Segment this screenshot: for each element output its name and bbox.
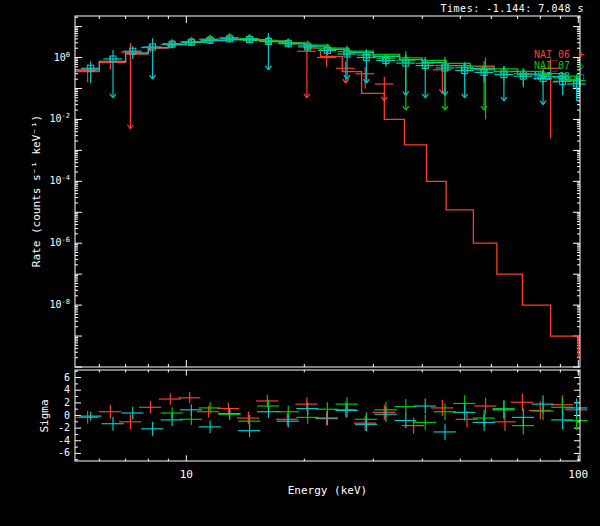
chart-canvas: 1010010010-210-410-610-86420-2-4-6 [0, 0, 600, 526]
square-marker-icon: □ [576, 71, 586, 82]
svg-text:-2: -2 [58, 422, 70, 433]
diamond-marker-icon: ◇ [576, 60, 586, 71]
svg-text:-6: -6 [58, 447, 70, 458]
legend-label: NAI_06 [534, 49, 570, 60]
svg-text:4: 4 [64, 384, 70, 395]
legend-label: NAI_07 [534, 60, 570, 71]
y-axis-label: Rate (counts s⁻¹ keV⁻¹) [30, 115, 43, 267]
legend: NAI_06+ NAI_07◇ NAI_08□ [534, 49, 586, 82]
svg-text:10-8: 10-8 [50, 298, 70, 310]
svg-text:-4: -4 [58, 435, 70, 446]
legend-item-nai07: NAI_07◇ [534, 60, 586, 71]
legend-label: NAI_08 [534, 71, 570, 82]
svg-text:0: 0 [64, 410, 70, 421]
svg-text:10-4: 10-4 [50, 174, 70, 186]
spectral-fit-figure: 1010010010-210-410-610-86420-2-4-6 Times… [0, 0, 600, 526]
svg-text:10-6: 10-6 [50, 236, 70, 248]
svg-text:100: 100 [568, 468, 588, 481]
legend-item-nai06: NAI_06+ [534, 49, 586, 60]
legend-item-nai08: NAI_08□ [534, 71, 586, 82]
plus-marker-icon: + [576, 49, 586, 60]
svg-text:6: 6 [64, 372, 70, 383]
time-range-title: Times: -1.144: 7.048 s [441, 3, 584, 14]
svg-text:100: 100 [54, 51, 70, 63]
svg-text:10: 10 [180, 468, 193, 481]
svg-text:10-2: 10-2 [50, 112, 70, 124]
sigma-axis-label: Sigma [38, 399, 51, 432]
x-axis-label: Energy (keV) [75, 484, 580, 497]
svg-text:2: 2 [64, 397, 70, 408]
